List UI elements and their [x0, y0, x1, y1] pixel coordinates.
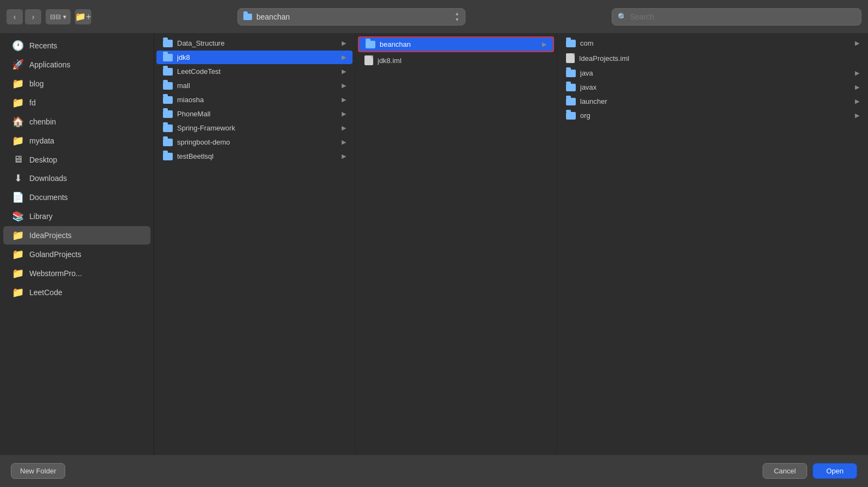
forward-button[interactable]: › — [25, 9, 41, 24]
location-arrows[interactable]: ▲ ▼ — [455, 11, 460, 22]
nav-buttons: ‹ › — [7, 9, 41, 24]
sidebar-label-golandprojects: GolandProjects — [29, 250, 81, 259]
view-icon: ⊟⊟ — [50, 13, 61, 21]
mall-label: mall — [177, 82, 337, 90]
sidebar-item-mydata[interactable]: 📁mydata — [3, 132, 150, 150]
cancel-button[interactable]: Cancel — [763, 463, 807, 479]
sidebar-item-downloads[interactable]: ⬇Downloads — [3, 169, 150, 188]
miaosha-folder-icon — [163, 96, 173, 104]
spring_framework-folder-icon — [163, 124, 173, 132]
sidebar-item-ideaprojects[interactable]: 📁IdeaProjects — [3, 226, 150, 245]
sidebar-label-chenbin: chenbin — [29, 117, 56, 126]
data_structure-label: Data_Structure — [177, 39, 337, 47]
col-item-java[interactable]: java▶ — [559, 66, 866, 80]
sidebar-item-recents[interactable]: 🕐Recents — [3, 36, 150, 55]
launcher-chevron: ▶ — [855, 98, 859, 105]
downloads-icon: ⬇ — [12, 172, 24, 184]
applications-icon: 🚀 — [12, 59, 24, 71]
col-item-data_structure[interactable]: Data_Structure▶ — [156, 36, 353, 50]
sidebar-item-applications[interactable]: 🚀Applications — [3, 55, 150, 74]
org-chevron: ▶ — [855, 112, 859, 119]
sidebar-item-webstormpro[interactable]: 📁WebstormPro... — [3, 264, 150, 283]
sidebar-label-library: Library — [29, 212, 53, 221]
sidebar-label-downloads: Downloads — [29, 174, 67, 183]
col-item-springboot_demo[interactable]: springboot-demo▶ — [156, 135, 353, 149]
mall-chevron: ▶ — [342, 82, 346, 89]
javax-folder-icon — [566, 84, 576, 91]
sidebar-item-chenbin[interactable]: 🏠chenbin — [3, 113, 150, 131]
location-text: beanchan — [256, 13, 450, 21]
com-folder-icon — [566, 40, 576, 47]
sidebar-label-webstormpro: WebstormPro... — [29, 269, 82, 278]
springboot_demo-chevron: ▶ — [342, 139, 346, 146]
phonemall-label: PhoneMall — [177, 110, 337, 118]
miaosha-label: miaosha — [177, 96, 337, 104]
fd-icon: 📁 — [12, 97, 24, 109]
sidebar-label-recents: Recents — [29, 41, 57, 50]
column-1: Data_Structure▶jdk8▶LeetCodeTest▶mall▶mi… — [154, 34, 355, 454]
spring_framework-label: Spring-Framework — [177, 124, 337, 132]
search-icon: 🔍 — [618, 13, 627, 21]
miaosha-chevron: ▶ — [342, 96, 346, 103]
col-item-org[interactable]: org▶ — [559, 109, 866, 122]
sidebar-label-fd: fd — [29, 98, 36, 107]
sidebar-item-leetcode[interactable]: 📁LeetCode — [3, 283, 150, 302]
sidebar-item-golandprojects[interactable]: 📁GolandProjects — [3, 245, 150, 264]
col-item-miaosha[interactable]: miaosha▶ — [156, 93, 353, 107]
java-chevron: ▶ — [855, 70, 859, 77]
sidebar-label-documents: Documents — [29, 193, 68, 202]
col-item-beanchan[interactable]: beanchan▶ — [358, 36, 554, 52]
new-folder-icon: 📁+ — [75, 11, 91, 22]
location-bar[interactable]: beanchan ▲ ▼ — [237, 8, 466, 26]
testbeetlsql-chevron: ▶ — [342, 153, 346, 160]
sidebar-label-leetcode: LeetCode — [29, 288, 62, 297]
recents-icon: 🕐 — [12, 40, 24, 52]
sidebar-label-applications: Applications — [29, 60, 71, 69]
sidebar-item-desktop[interactable]: 🖥Desktop — [3, 151, 150, 168]
open-button[interactable]: Open — [813, 463, 857, 479]
col-item-jdk8_iml[interactable]: jdk8.iml — [358, 53, 554, 68]
column-2: beanchan▶jdk8.iml — [356, 34, 557, 454]
back-button[interactable]: ‹ — [7, 9, 23, 24]
org-label: org — [580, 111, 851, 120]
sidebar-item-library[interactable]: 📚Library — [3, 207, 150, 226]
testbeetlsql-folder-icon — [163, 153, 173, 160]
leetcodetest-label: LeetCodeTest — [177, 67, 337, 76]
col-item-launcher[interactable]: launcher▶ — [559, 95, 866, 108]
sidebar-item-documents[interactable]: 📄Documents — [3, 188, 150, 207]
col-item-ideaprojects_iml[interactable]: IdeaProjects.iml — [559, 51, 866, 66]
view-chevron: ▾ — [63, 13, 66, 21]
location-folder-icon — [243, 14, 252, 20]
documents-icon: 📄 — [12, 191, 24, 203]
phonemall-folder-icon — [163, 110, 173, 118]
mall-folder-icon — [163, 82, 173, 90]
col-item-testbeetlsql[interactable]: testBeetlsql▶ — [156, 149, 353, 163]
col-item-spring_framework[interactable]: Spring-Framework▶ — [156, 121, 353, 135]
jdk8_iml-label: jdk8.iml — [378, 57, 548, 65]
new-folder-toolbar-button[interactable]: 📁+ — [75, 9, 91, 24]
data_structure-chevron: ▶ — [342, 40, 346, 47]
mydata-icon: 📁 — [12, 135, 24, 147]
col-item-javax[interactable]: javax▶ — [559, 80, 866, 94]
sidebar-label-mydata: mydata — [29, 136, 54, 145]
col-item-jdk8[interactable]: jdk8▶ — [156, 51, 353, 64]
library-icon: 📚 — [12, 210, 24, 222]
search-bar[interactable]: 🔍 — [612, 8, 861, 26]
jdk8-folder-icon — [163, 54, 173, 61]
col-item-com[interactable]: com▶ — [559, 36, 866, 50]
search-input[interactable] — [630, 13, 856, 21]
view-toggle-button[interactable]: ⊟⊟ ▾ — [46, 9, 71, 24]
webstormpro-icon: 📁 — [12, 267, 24, 279]
leetcode-icon: 📁 — [12, 286, 24, 298]
com-chevron: ▶ — [855, 40, 859, 47]
launcher-label: launcher — [580, 97, 851, 105]
col-item-leetcodetest[interactable]: LeetCodeTest▶ — [156, 65, 353, 78]
col-item-mall[interactable]: mall▶ — [156, 79, 353, 92]
sidebar-label-ideaprojects: IdeaProjects — [29, 231, 72, 240]
sidebar-item-blog[interactable]: 📁blog — [3, 74, 150, 93]
col-item-phonemall[interactable]: PhoneMall▶ — [156, 107, 353, 121]
new-folder-button[interactable]: New Folder — [11, 463, 65, 479]
bottom-right-buttons: Cancel Open — [763, 463, 857, 479]
column-3: com▶IdeaProjects.imljava▶javax▶launcher▶… — [557, 34, 868, 454]
sidebar-item-fd[interactable]: 📁fd — [3, 93, 150, 112]
